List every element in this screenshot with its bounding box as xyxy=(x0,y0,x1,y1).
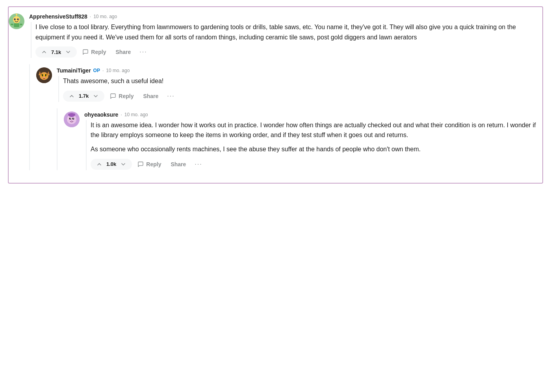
comment-tumainitiger: TumainiTiger OP · 10 mo. ago Thats aweso… xyxy=(36,64,542,102)
upvote-button-ohyeaoksure[interactable] xyxy=(95,160,104,168)
comment-text-apprehensive: I live close to a tool library. Everythi… xyxy=(35,22,542,42)
username-ohyeaoksure: ohyeaoksure xyxy=(84,111,118,118)
upvote-icon-ohyeaoksure xyxy=(96,161,102,167)
reply-icon-tumainitiger xyxy=(110,93,116,99)
svg-point-25 xyxy=(72,117,74,119)
comment-body-apprehensive: ApprehensiveStuff828 · 10 mo. ago I live… xyxy=(29,13,542,58)
svg-point-26 xyxy=(70,118,71,119)
vote-section-apprehensive: 7.1k xyxy=(35,46,77,58)
timestamp-apprehensive: 10 mo. ago xyxy=(93,14,117,19)
comment-header-tumainitiger: TumainiTiger OP · 10 mo. ago xyxy=(57,67,542,74)
more-button-apprehensive[interactable]: ··· xyxy=(136,46,150,58)
downvote-button-ohyeaoksure[interactable] xyxy=(119,160,128,168)
comment-thread-container: ApprehensiveStuff828 · 10 mo. ago I live… xyxy=(8,6,543,184)
avatar-apprehensive xyxy=(9,13,24,29)
avatar-ohyeaoksure xyxy=(64,111,80,127)
comment-ohyeaoksure: ohyeaoksure · 10 mo. ago It is an awesom… xyxy=(64,108,542,170)
timestamp-ohyeaoksure: 10 mo. ago xyxy=(124,112,148,117)
comment-body-tumainitiger: TumainiTiger OP · 10 mo. ago Thats aweso… xyxy=(57,67,542,102)
vote-section-ohyeaoksure: 1.0k xyxy=(91,159,132,170)
comment-header-ohyeaoksure: ohyeaoksure · 10 mo. ago xyxy=(84,111,542,118)
vote-count-tumainitiger: 1.7k xyxy=(79,93,89,99)
more-icon-ohyeaoksure: ··· xyxy=(195,161,202,167)
comment-body-ohyeaoksure: ohyeaoksure · 10 mo. ago It is an awesom… xyxy=(84,111,542,170)
more-icon-tumainitiger: ··· xyxy=(167,93,174,99)
reply-button-tumainitiger[interactable]: Reply xyxy=(106,91,137,102)
svg-point-31 xyxy=(73,113,75,116)
upvote-button-apprehensive[interactable] xyxy=(39,48,49,56)
svg-point-20 xyxy=(45,74,46,76)
timestamp-tumainitiger: 10 mo. ago xyxy=(106,68,130,73)
comment-text-ohyeaoksure-1: It is an awesome idea. I wonder how it w… xyxy=(91,120,542,140)
comment-thread: ApprehensiveStuff828 · 10 mo. ago I live… xyxy=(9,10,542,180)
downvote-icon-apprehensive xyxy=(65,49,71,55)
upvote-button-tumainitiger[interactable] xyxy=(67,92,76,100)
separator-1: · xyxy=(90,14,91,19)
vote-count-apprehensive: 7.1k xyxy=(51,49,61,55)
svg-point-24 xyxy=(69,117,71,119)
share-button-tumainitiger[interactable]: Share xyxy=(139,91,162,102)
reply-icon-ohyeaoksure xyxy=(137,161,144,167)
reply-label-ohyeaoksure: Reply xyxy=(146,161,161,167)
share-button-apprehensive[interactable]: Share xyxy=(111,46,135,58)
comment-header-apprehensive: ApprehensiveStuff828 · 10 mo. ago xyxy=(29,13,542,20)
reply-button-apprehensive[interactable]: Reply xyxy=(78,46,110,58)
svg-point-1 xyxy=(13,16,20,23)
reply-button-ohyeaoksure[interactable]: Reply xyxy=(134,159,165,170)
svg-rect-10 xyxy=(20,24,22,25)
avatar-tumainitiger xyxy=(36,67,52,83)
comment-text-tumainitiger: Thats awesome, such a useful idea! xyxy=(63,76,542,86)
comment-actions-ohyeaoksure: 1.0k xyxy=(91,158,542,170)
comment-actions-apprehensive: 7.1k Reply xyxy=(35,46,542,58)
comment-content-apprehensive: I live close to a tool library. Everythi… xyxy=(31,22,542,58)
comment-text-ohyeaoksure-2: As someone who occasionally rents machin… xyxy=(91,144,542,154)
op-badge-tumainitiger: OP xyxy=(93,68,100,73)
comment-apprehensive: ApprehensiveStuff828 · 10 mo. ago I live… xyxy=(9,13,542,58)
more-icon-apprehensive: ··· xyxy=(139,48,147,55)
nested-comments-1: TumainiTiger OP · 10 mo. ago Thats aweso… xyxy=(29,64,542,170)
comment-content-ohyeaoksure: It is an awesome idea. I wonder how it w… xyxy=(86,120,542,170)
share-label-ohyeaoksure: Share xyxy=(171,161,186,167)
more-button-tumainitiger[interactable]: ··· xyxy=(164,90,178,102)
username-apprehensive: ApprehensiveStuff828 xyxy=(29,13,87,20)
reply-icon-apprehensive xyxy=(82,49,89,55)
downvote-icon-ohyeaoksure xyxy=(120,161,126,167)
svg-point-5 xyxy=(18,19,19,20)
downvote-icon-tumainitiger xyxy=(93,93,99,99)
reply-label-apprehensive: Reply xyxy=(91,49,106,55)
downvote-button-apprehensive[interactable] xyxy=(63,48,73,56)
svg-point-27 xyxy=(73,118,74,119)
separator-3: · xyxy=(121,112,122,117)
svg-point-7 xyxy=(16,14,17,15)
upvote-icon-apprehensive xyxy=(41,49,47,55)
svg-rect-9 xyxy=(11,24,13,25)
upvote-icon-tumainitiger xyxy=(69,93,75,99)
share-label-apprehensive: Share xyxy=(115,49,131,55)
more-button-ohyeaoksure[interactable]: ··· xyxy=(191,158,205,170)
vote-count-ohyeaoksure: 1.0k xyxy=(106,161,116,167)
nested-comments-2: ohyeaoksure · 10 mo. ago It is an awesom… xyxy=(57,108,542,170)
svg-point-28 xyxy=(71,120,72,121)
comment-content-tumainitiger: Thats awesome, such a useful idea! 1.7k xyxy=(58,76,542,102)
svg-point-30 xyxy=(68,113,70,116)
svg-point-19 xyxy=(42,74,43,76)
reply-label-tumainitiger: Reply xyxy=(119,93,134,99)
username-tumainitiger: TumainiTiger xyxy=(57,67,91,74)
share-label-tumainitiger: Share xyxy=(143,93,158,99)
comment-actions-tumainitiger: 1.7k Rep xyxy=(63,90,542,102)
svg-point-4 xyxy=(15,19,16,20)
downvote-button-tumainitiger[interactable] xyxy=(91,92,100,100)
svg-rect-8 xyxy=(14,23,19,27)
vote-section-tumainitiger: 1.7k xyxy=(63,91,104,102)
share-button-ohyeaoksure[interactable]: Share xyxy=(167,159,190,170)
separator-2: · xyxy=(102,68,104,73)
